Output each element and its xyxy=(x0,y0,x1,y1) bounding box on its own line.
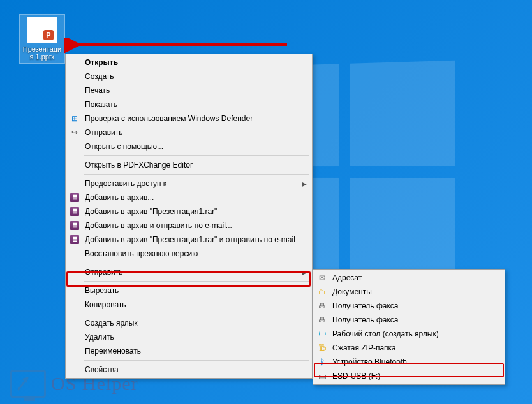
separator xyxy=(84,174,309,175)
menu-share[interactable]: ↪ Отправить xyxy=(66,126,312,140)
sendto-fax2[interactable]: 🖷 Получатель факса xyxy=(313,313,505,327)
winrar-icon: ≣ xyxy=(70,220,80,231)
sendto-zip[interactable]: 🗜 Сжатая ZIP-папка xyxy=(313,341,505,355)
fax-icon: 🖷 xyxy=(317,301,327,311)
sendto-bluetooth[interactable]: ᛒ Устройство Bluetooth xyxy=(313,355,505,369)
file-name-label: Презентация 1.pptx xyxy=(21,45,63,61)
menu-copy[interactable]: Копировать xyxy=(66,298,312,312)
drive-icon: 🖴 xyxy=(317,371,327,381)
zip-icon: 🗜 xyxy=(317,343,327,353)
desktop-icon: 🖵 xyxy=(317,329,327,339)
sendto-desktop[interactable]: 🖵 Рабочий стол (создать ярлык) xyxy=(313,327,505,341)
sendto-addressee[interactable]: ✉ Адресат xyxy=(313,271,505,285)
separator xyxy=(84,281,309,282)
menu-rar-email-named[interactable]: ≣ Добавить в архив "Презентация1.rar" и … xyxy=(66,233,312,247)
winrar-icon: ≣ xyxy=(70,206,80,217)
menu-show[interactable]: Показать xyxy=(66,97,312,112)
menu-create[interactable]: Создать xyxy=(66,69,312,83)
menu-pdfx[interactable]: Открыть в PDFXChange Editor xyxy=(66,158,312,172)
chevron-right-icon: ▶ xyxy=(302,269,307,276)
menu-rar-email[interactable]: ≣ Добавить в архив и отправить по e-mail… xyxy=(66,219,312,233)
separator xyxy=(84,360,309,361)
bluetooth-icon: ᛒ xyxy=(317,357,327,367)
shield-icon: ⊞ xyxy=(70,113,80,124)
menu-send-to[interactable]: Отправить ▶ xyxy=(66,265,312,279)
winrar-icon: ≣ xyxy=(70,234,80,245)
fax-icon: 🖷 xyxy=(317,315,327,325)
folder-icon: 🗀 xyxy=(317,287,327,297)
person-icon: ✉ xyxy=(317,273,327,283)
menu-defender[interactable]: ⊞ Проверка с использованием Windows Defe… xyxy=(66,112,312,126)
winrar-icon: ≣ xyxy=(70,192,80,203)
separator xyxy=(84,263,309,263)
menu-rar-add[interactable]: ≣ Добавить в архив... xyxy=(66,191,312,205)
menu-grant-access[interactable]: Предоставить доступ к ▶ xyxy=(66,177,312,191)
sendto-fax1[interactable]: 🖷 Получатель факса xyxy=(313,299,505,313)
desktop-file-icon[interactable]: Презентация 1.pptx xyxy=(19,14,65,64)
menu-rename[interactable]: Переименовать xyxy=(66,344,312,358)
separator xyxy=(84,314,309,314)
share-icon: ↪ xyxy=(70,127,80,138)
menu-open[interactable]: Открыть xyxy=(66,55,312,69)
menu-cut[interactable]: Вырезать xyxy=(66,284,312,298)
send-to-submenu: ✉ Адресат 🗀 Документы 🖷 Получатель факса… xyxy=(313,269,505,385)
powerpoint-icon xyxy=(27,17,57,43)
menu-open-with[interactable]: Открыть с помощью... xyxy=(66,140,312,154)
sendto-documents[interactable]: 🗀 Документы xyxy=(313,285,505,299)
context-menu: Открыть Создать Печать Показать ⊞ Провер… xyxy=(65,54,313,379)
monitor-icon xyxy=(10,370,46,398)
menu-rar-add-named[interactable]: ≣ Добавить в архив "Презентация1.rar" xyxy=(66,205,312,219)
separator xyxy=(84,155,309,156)
menu-properties[interactable]: Свойства xyxy=(66,363,312,377)
menu-shortcut[interactable]: Создать ярлык xyxy=(66,316,312,330)
sendto-usb[interactable]: 🖴 ESD-USB (F:) xyxy=(313,369,505,383)
menu-delete[interactable]: Удалить xyxy=(66,330,312,344)
menu-restore[interactable]: Восстановить прежнюю версию xyxy=(66,247,312,261)
menu-print[interactable]: Печать xyxy=(66,83,312,97)
chevron-right-icon: ▶ xyxy=(302,180,307,187)
